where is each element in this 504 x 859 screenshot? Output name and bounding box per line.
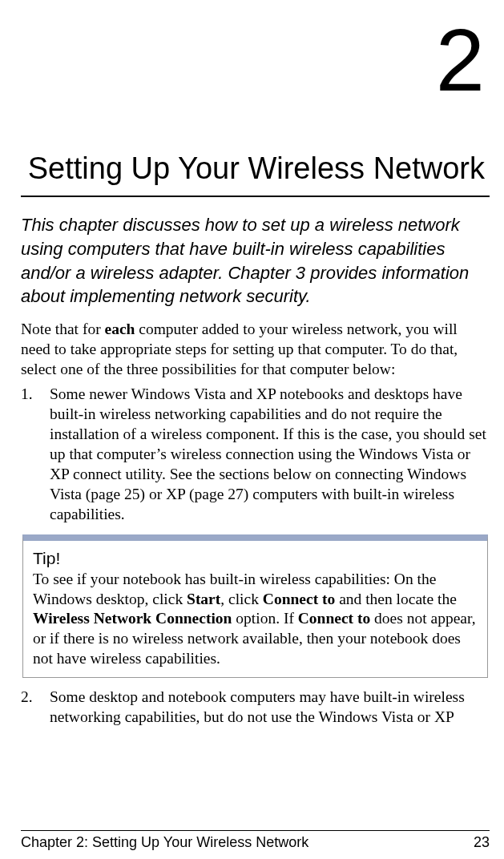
list-item: 2. Some desktop and notebook computers m… [21,688,490,728]
tip-text: , click [220,591,263,607]
page-footer: Chapter 2: Setting Up Your Wireless Netw… [21,830,490,851]
list-number: 1. [21,385,50,525]
tip-text: option. If [232,610,297,627]
tip-heading: Tip! [33,549,478,568]
steps-list: 1. Some newer Windows Vista and XP noteb… [21,385,490,525]
tip-text: and then locate the [335,591,457,607]
footer-page-number: 23 [474,834,490,851]
list-body: Some desktop and notebook computers may … [50,688,490,728]
note-paragraph: Note that for each computer added to you… [21,320,490,380]
note-bold: each [105,321,135,337]
list-item: 1. Some newer Windows Vista and XP noteb… [21,385,490,525]
list-number: 2. [21,688,50,728]
list-body: Some newer Windows Vista and XP notebook… [50,385,490,525]
footer-chapter-label: Chapter 2: Setting Up Your Wireless Netw… [21,834,308,851]
chapter-number: 2 [21,16,490,104]
tip-bold: Start [187,591,220,607]
chapter-title: Setting Up Your Wireless Network [21,148,490,197]
steps-list-continued: 2. Some desktop and notebook computers m… [21,688,490,728]
chapter-intro: This chapter discusses how to set up a w… [21,213,490,309]
tip-bold: Wireless Network Connection [33,610,232,627]
tip-body: To see if your notebook has built-in wir… [33,570,478,670]
tip-bold: Connect to [263,591,335,607]
tip-bold: Connect to [298,610,370,627]
note-before: Note that for [21,321,105,337]
tip-box: Tip! To see if your notebook has built-i… [22,534,488,679]
